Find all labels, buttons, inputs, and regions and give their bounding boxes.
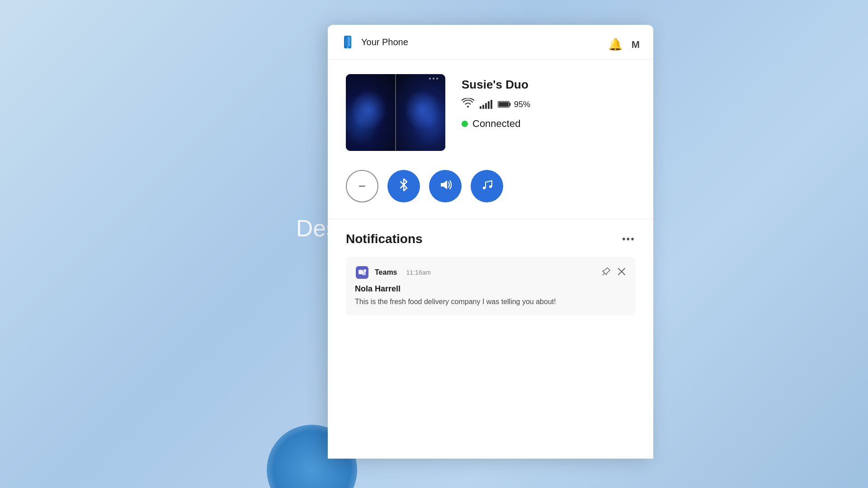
phone-preview bbox=[346, 74, 445, 151]
notification-sender: Nola Harrell bbox=[355, 284, 626, 294]
phone-section: Susie's Duo bbox=[328, 60, 653, 165]
minus-icon: − bbox=[359, 180, 366, 192]
bluetooth-icon bbox=[397, 178, 410, 195]
svg-point-9 bbox=[489, 185, 492, 188]
svg-rect-5 bbox=[509, 103, 511, 106]
phone-divider bbox=[395, 74, 396, 151]
glow-right bbox=[404, 89, 440, 130]
notification-top-row: Teams 11:16am bbox=[355, 265, 626, 280]
phone-stats: 95% bbox=[462, 98, 635, 111]
pin-icon[interactable] bbox=[602, 267, 611, 278]
music-button[interactable] bbox=[471, 170, 503, 202]
svg-line-14 bbox=[603, 273, 605, 275]
connection-status: Connected bbox=[462, 118, 635, 130]
your-phone-panel: Your Phone 🔔 M Susie's Duo bbox=[328, 25, 653, 459]
notifications-more-button[interactable]: ••• bbox=[622, 233, 635, 245]
phone-info: Susie's Duo bbox=[462, 74, 635, 130]
notification-app-name: Teams bbox=[375, 268, 397, 277]
svg-marker-7 bbox=[441, 180, 447, 189]
notification-card: Teams 11:16am bbox=[346, 257, 635, 315]
teams-icon bbox=[355, 265, 369, 280]
notifications-header: Notifications ••• bbox=[346, 232, 635, 246]
app-title: Your Phone bbox=[361, 37, 408, 47]
signal-bars-icon bbox=[480, 100, 492, 109]
notification-message: This is the fresh food delivery company … bbox=[355, 296, 626, 307]
svg-point-3 bbox=[347, 47, 349, 48]
bell-icon[interactable]: 🔔 bbox=[608, 38, 623, 52]
connected-indicator bbox=[462, 121, 468, 127]
music-icon bbox=[481, 178, 493, 194]
connected-label: Connected bbox=[472, 118, 520, 130]
bluetooth-button[interactable] bbox=[387, 170, 420, 202]
header-icons: 🔔 M bbox=[608, 38, 640, 52]
volume-icon bbox=[439, 179, 452, 194]
do-not-disturb-button[interactable]: − bbox=[346, 170, 378, 202]
phone-name: Susie's Duo bbox=[462, 78, 635, 92]
wifi-icon bbox=[462, 98, 474, 111]
notifications-title: Notifications bbox=[346, 232, 423, 246]
menu-icon[interactable]: M bbox=[632, 39, 640, 51]
close-notification-icon[interactable] bbox=[617, 267, 626, 278]
notifications-section: Notifications ••• Teams 11:16am bbox=[328, 219, 653, 328]
notification-time: 11:16am bbox=[406, 269, 431, 276]
phone-status-bar bbox=[429, 78, 438, 80]
svg-point-13 bbox=[363, 269, 366, 272]
notification-app-row: Teams 11:16am bbox=[355, 265, 431, 280]
battery-indicator: 95% bbox=[498, 100, 530, 109]
glow-left bbox=[351, 89, 387, 130]
svg-rect-2 bbox=[345, 37, 348, 47]
svg-point-8 bbox=[483, 187, 486, 189]
title-bar: Your Phone 🔔 M bbox=[328, 25, 653, 60]
app-icon bbox=[340, 35, 355, 49]
volume-button[interactable] bbox=[429, 170, 462, 202]
quick-actions: − bbox=[328, 165, 653, 219]
notification-action-icons bbox=[602, 267, 626, 278]
battery-percent: 95% bbox=[514, 100, 530, 109]
svg-rect-12 bbox=[362, 272, 366, 275]
battery-icon bbox=[498, 100, 511, 108]
svg-rect-6 bbox=[499, 102, 509, 107]
